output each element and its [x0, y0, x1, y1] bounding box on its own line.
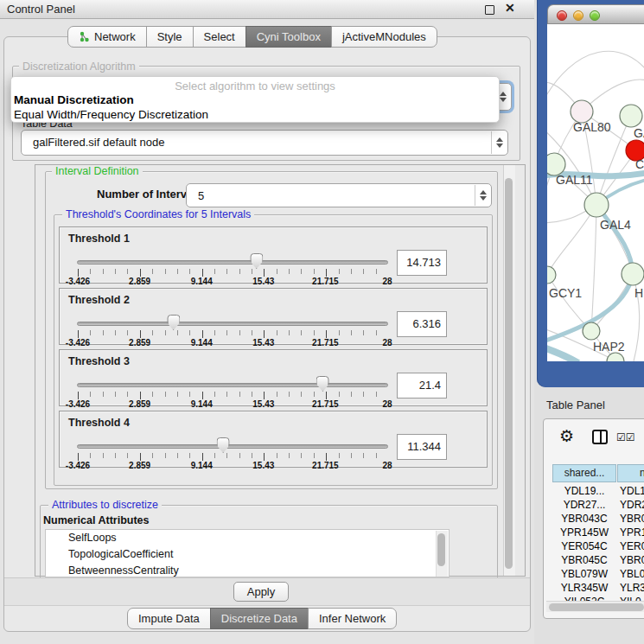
threshold-4-panel: Threshold 4 -3.426 2.859 9.144 15.43 21.…: [59, 411, 488, 468]
scale-label: 2.859: [129, 338, 150, 348]
threshold-4-label: Threshold 4: [68, 417, 130, 429]
list-scrollbar-thumb[interactable]: [437, 533, 445, 566]
algorithm-dropdown-popup: Select algorithm to view settings Manual…: [10, 76, 500, 123]
tab-select[interactable]: Select: [193, 26, 246, 48]
threshold-1-slider[interactable]: -3.426 2.859 9.144 15.43 21.715 28: [77, 250, 388, 283]
zoom-traffic-light-icon[interactable]: [590, 10, 600, 21]
combo-stepper-icon[interactable]: [491, 131, 507, 154]
gear-icon[interactable]: ⚙: [559, 428, 574, 444]
table-row[interactable]: YDR27...YDR2: [544, 498, 644, 512]
table-hscrollbar-thumb[interactable]: [549, 603, 644, 611]
minimize-traffic-light-icon[interactable]: [573, 10, 583, 21]
checkbox-icon[interactable]: ☑: [626, 431, 635, 443]
cell-name[interactable]: YDL1: [620, 484, 644, 498]
table-row[interactable]: YDL19...YDL1: [544, 484, 644, 498]
slider-track[interactable]: [77, 322, 388, 326]
numerical-attributes-list[interactable]: SelfLoops TopologicalCoefficient Between…: [45, 529, 450, 577]
slider-thumb[interactable]: [250, 253, 263, 269]
table-row[interactable]: YBR043CYBR0: [544, 512, 644, 526]
dropdown-item-manual-discretization[interactable]: Manual Discretization: [14, 93, 134, 106]
slider-thumb[interactable]: [167, 315, 180, 330]
network-window-titlebar[interactable]: [547, 4, 644, 24]
threshold-4-slider[interactable]: -3.426 2.859 9.144 15.43 21.715 28: [77, 434, 388, 467]
apply-button[interactable]: Apply: [233, 582, 289, 602]
scale-label: 21.715: [312, 338, 339, 348]
close-traffic-light-icon[interactable]: [557, 10, 567, 21]
table-hscrollbar-track[interactable]: [546, 601, 644, 612]
table-row[interactable]: YER054CYER0: [544, 539, 644, 553]
threshold-3-label: Threshold 3: [68, 355, 130, 367]
cell-shared-name[interactable]: YBR045C: [552, 553, 616, 567]
threshold-2-panel: Threshold 2 -3.426 2.859 9.144 15.43 21.…: [59, 288, 488, 345]
network-canvas[interactable]: GAL80 GA GAL11 GAL4 GCY1 H HAP2 C: [547, 24, 644, 361]
node-hap2[interactable]: [583, 322, 600, 340]
slider-scale: -3.426 2.859 9.144 15.43 21.715 28: [78, 277, 387, 287]
list-item[interactable]: BetweennessCentrality: [46, 563, 449, 577]
cell-name[interactable]: YBR0: [620, 512, 644, 526]
tab-label: jActiveMNodules: [342, 27, 426, 47]
scale-label: 28: [382, 338, 392, 348]
slider-track[interactable]: [77, 383, 388, 387]
threshold-1-value-field[interactable]: 14.713: [397, 250, 447, 276]
dropdown-prompt: Select algorithm to view settings: [11, 80, 499, 92]
checkbox-icon[interactable]: ☑: [616, 431, 626, 443]
scale-label: 9.144: [191, 277, 213, 286]
list-scrollbar-track[interactable]: [436, 531, 448, 577]
table-row[interactable]: YLR345WYLR3: [544, 581, 644, 595]
scale-label: 28: [382, 399, 392, 409]
column-header-shared[interactable]: shared...: [552, 464, 616, 482]
cell-shared-name[interactable]: YPR145W: [552, 526, 616, 539]
column-layout-icon[interactable]: [592, 430, 608, 444]
node-gcy1[interactable]: [547, 266, 556, 284]
tab-style[interactable]: Style: [146, 26, 194, 48]
cell-shared-name[interactable]: YBL079W: [552, 567, 616, 581]
tab-network[interactable]: Network: [67, 26, 147, 48]
list-item[interactable]: SelfLoops: [46, 530, 449, 546]
list-item[interactable]: TopologicalCoefficient: [46, 546, 449, 563]
scale-label: 28: [382, 277, 392, 286]
close-icon[interactable]: ✕: [505, 1, 515, 15]
cell-name[interactable]: YLR3: [620, 581, 644, 595]
float-window-icon[interactable]: [485, 5, 494, 15]
cell-name[interactable]: YER0: [620, 539, 644, 553]
number-of-intervals-combobox[interactable]: 5: [186, 183, 492, 207]
cell-shared-name[interactable]: YDR27...: [552, 498, 616, 512]
slider-thumb[interactable]: [217, 437, 230, 453]
table-row[interactable]: YBL079WYBL0: [544, 567, 644, 581]
table-row[interactable]: YBR045CYBR0: [544, 553, 644, 567]
slider-ticks: [78, 269, 387, 277]
tab-cyni-toolbox[interactable]: Cyni Toolbox: [245, 26, 332, 48]
threshold-2-slider[interactable]: -3.426 2.859 9.144 15.43 21.715 28: [77, 311, 388, 344]
settings-scrollbar-thumb[interactable]: [505, 178, 513, 569]
cell-shared-name[interactable]: YLR345W: [552, 581, 616, 595]
discretization-algorithm-title: Discretization Algorithm: [19, 61, 139, 73]
checkbox-icons[interactable]: ☑☑: [616, 431, 635, 443]
tab-infer-network[interactable]: Infer Network: [308, 608, 397, 629]
cell-name[interactable]: YDR2: [620, 498, 644, 512]
threshold-3-slider[interactable]: -3.426 2.859 9.144 15.43 21.715 28: [77, 373, 388, 405]
tab-jactivemnodules[interactable]: jActiveMNodules: [331, 26, 437, 48]
slider-track[interactable]: [77, 260, 388, 265]
threshold-3-value-field[interactable]: 21.4: [397, 373, 447, 399]
slider-thumb[interactable]: [316, 376, 329, 392]
cell-name[interactable]: YBL0: [620, 567, 644, 581]
node-h[interactable]: [622, 263, 644, 285]
table-data-combobox[interactable]: galFiltered.sif default node: [21, 130, 508, 156]
cell-shared-name[interactable]: YBR043C: [552, 512, 616, 526]
slider-track[interactable]: [77, 444, 388, 449]
column-header-name[interactable]: n: [617, 464, 644, 482]
cell-name[interactable]: YPR1: [620, 526, 644, 539]
cell-shared-name[interactable]: YER054C: [552, 539, 616, 553]
node-top-right[interactable]: [620, 105, 642, 127]
table-row[interactable]: YPR145WYPR1: [544, 526, 644, 539]
cell-shared-name[interactable]: YDL19...: [552, 484, 616, 498]
threshold-2-value-field[interactable]: 6.316: [397, 311, 447, 337]
combo-stepper-icon[interactable]: [475, 185, 490, 206]
tab-discretize-data[interactable]: Discretize Data: [210, 608, 309, 629]
threshold-4-value-field[interactable]: 11.344: [397, 434, 447, 460]
node-gal4[interactable]: [584, 193, 609, 217]
tab-impute-data[interactable]: Impute Data: [127, 608, 211, 629]
slider-ticks: [78, 392, 387, 399]
cell-name[interactable]: YBR0: [620, 553, 644, 567]
dropdown-item-equal-width-frequency[interactable]: Equal Width/Frequency Discretization: [14, 108, 208, 121]
